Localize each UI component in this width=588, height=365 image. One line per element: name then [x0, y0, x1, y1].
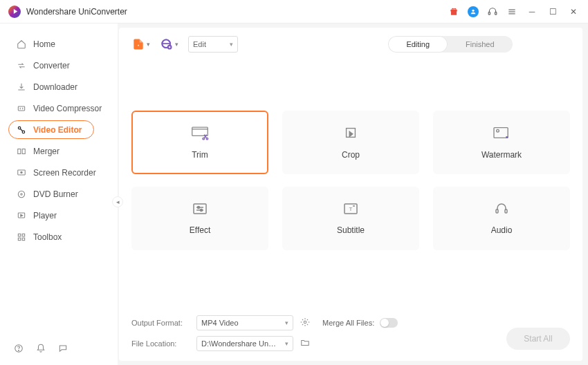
settings-icon[interactable] — [300, 317, 310, 328]
svg-point-42 — [304, 321, 306, 324]
compressor-icon — [17, 104, 26, 113]
svg-rect-30 — [494, 128, 508, 138]
sidebar-item-label: Toolbox — [33, 232, 62, 242]
maximize-button[interactable]: ☐ — [546, 6, 559, 18]
sidebar-item-label: Screen Recorder — [33, 168, 96, 178]
svg-line-9 — [20, 129, 23, 131]
svg-point-15 — [21, 193, 22, 194]
sidebar-item-downloader[interactable]: Downloader — [0, 76, 118, 97]
main-panel: ▾ ▾ Edit ▾ Editing Finished Trim — [119, 28, 582, 361]
app-logo-icon — [8, 6, 21, 18]
svg-rect-1 — [488, 12, 490, 14]
player-icon — [17, 211, 26, 221]
chevron-down-icon: ▾ — [285, 340, 288, 347]
chevron-down-icon: ▾ — [285, 319, 288, 326]
audio-icon — [493, 202, 510, 218]
svg-point-0 — [472, 9, 474, 11]
sidebar-item-label: Video Compressor — [33, 104, 102, 113]
tool-grid: Trim Crop Watermark Effect T Subtitle — [131, 111, 570, 250]
edit-mode-select[interactable]: Edit ▾ — [188, 36, 238, 53]
sidebar-collapse-button[interactable]: ◂ — [112, 196, 123, 207]
gift-icon[interactable] — [448, 6, 459, 17]
sidebar-item-recorder[interactable]: Screen Recorder — [0, 162, 118, 183]
sidebar-item-dvd[interactable]: DVD Burner — [0, 183, 118, 205]
feedback-icon[interactable] — [58, 344, 68, 355]
merge-label: Merge All Files: — [322, 319, 374, 327]
output-format-select[interactable]: MP4 Video ▾ — [196, 315, 293, 330]
sidebar-item-compressor[interactable]: Video Compressor — [0, 97, 118, 119]
close-button[interactable]: ✕ — [567, 6, 580, 18]
svg-rect-6 — [18, 106, 24, 111]
card-audio[interactable]: Audio — [433, 187, 570, 250]
svg-point-35 — [198, 207, 200, 209]
svg-rect-2 — [495, 12, 497, 14]
watermark-icon — [492, 125, 511, 143]
notification-icon[interactable] — [36, 344, 46, 355]
folder-icon[interactable] — [300, 338, 310, 349]
app-title: Wondershare UniConverter — [26, 7, 127, 17]
sidebar-item-label: DVD Burner — [33, 189, 78, 199]
sidebar-item-player[interactable]: Player — [0, 205, 118, 226]
sidebar-item-video-editor[interactable]: Video Editor — [0, 119, 118, 140]
tab-finished[interactable]: Finished — [448, 36, 513, 53]
add-file-button[interactable]: ▾ — [131, 37, 150, 51]
status-tabs: Editing Finished — [388, 36, 512, 53]
toolbox-icon — [17, 232, 26, 242]
sidebar-item-home[interactable]: Home — [0, 33, 118, 55]
crop-icon — [342, 125, 359, 143]
output-format-label: Output Format: — [131, 319, 190, 327]
recorder-icon — [17, 168, 26, 178]
sidebar-item-merger[interactable]: Merger — [0, 140, 118, 162]
start-all-button[interactable]: Start All — [506, 328, 570, 350]
sidebar-item-toolbox[interactable]: Toolbox — [0, 226, 118, 247]
chevron-down-icon: ▾ — [147, 41, 150, 48]
minimize-button[interactable]: ─ — [526, 6, 538, 18]
file-location-select[interactable]: D:\Wondershare UniConverter 1 ▾ — [196, 336, 293, 351]
sidebar-item-label: Player — [33, 211, 57, 221]
help-icon[interactable] — [14, 344, 24, 355]
sidebar-item-label: Home — [33, 39, 55, 49]
home-icon — [17, 39, 26, 49]
dvd-icon — [17, 189, 26, 199]
card-trim[interactable]: Trim — [131, 111, 268, 174]
svg-point-31 — [497, 129, 499, 132]
merge-toggle[interactable] — [380, 318, 398, 328]
chevron-down-icon: ▾ — [230, 41, 233, 48]
editor-icon — [17, 125, 26, 135]
svg-point-22 — [19, 350, 19, 350]
card-watermark[interactable]: Watermark — [433, 111, 570, 174]
card-effect[interactable]: Effect — [131, 187, 268, 250]
card-label: Watermark — [481, 150, 522, 160]
effect-icon — [192, 202, 208, 218]
tab-editing[interactable]: Editing — [388, 36, 448, 53]
sidebar-item-converter[interactable]: Converter — [0, 55, 118, 76]
card-label: Trim — [192, 150, 208, 160]
card-label: Audio — [491, 225, 513, 235]
svg-point-13 — [21, 171, 22, 173]
chevron-down-icon: ▾ — [175, 41, 178, 48]
merger-icon — [17, 147, 26, 156]
sidebar-item-label: Downloader — [33, 82, 77, 92]
svg-rect-20 — [22, 238, 25, 241]
svg-rect-25 — [192, 127, 208, 135]
svg-point-36 — [201, 209, 203, 212]
svg-text:T: T — [349, 206, 353, 212]
support-icon[interactable] — [487, 6, 498, 17]
svg-point-14 — [18, 191, 24, 197]
card-crop[interactable]: Crop — [282, 111, 419, 174]
svg-rect-19 — [18, 238, 21, 241]
trim-icon — [191, 125, 209, 143]
svg-rect-11 — [22, 149, 25, 153]
card-label: Effect — [190, 225, 210, 235]
toolbar: ▾ ▾ Edit ▾ Editing Finished — [119, 28, 582, 62]
sidebar: Home Converter Downloader Video Compress… — [0, 24, 118, 365]
svg-rect-10 — [18, 149, 21, 153]
svg-rect-18 — [22, 234, 25, 236]
hamburger-icon[interactable] — [506, 6, 517, 17]
card-subtitle[interactable]: T Subtitle — [282, 187, 419, 250]
add-url-button[interactable]: ▾ — [160, 37, 178, 51]
svg-rect-32 — [194, 204, 206, 214]
user-avatar-icon[interactable] — [468, 6, 479, 17]
titlebar: Wondershare UniConverter ─ ☐ ✕ — [0, 0, 588, 24]
sidebar-item-label: Converter — [33, 61, 70, 71]
